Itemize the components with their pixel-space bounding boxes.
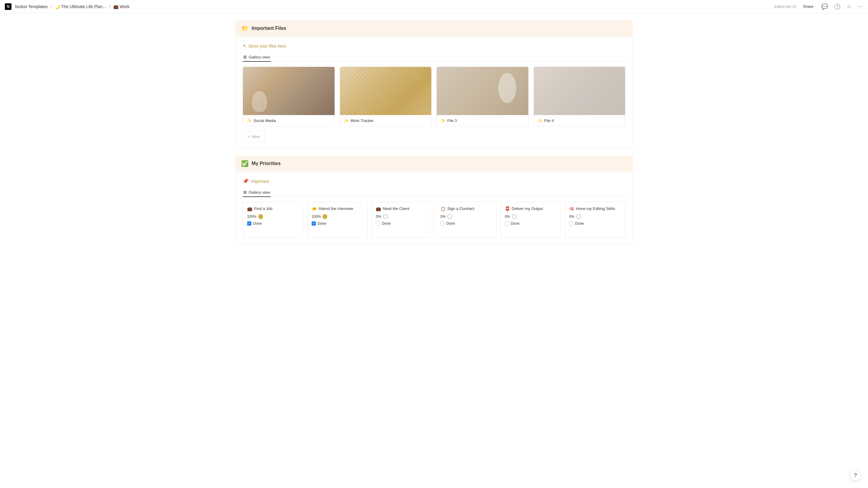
sparkle-icon-4: ✨ <box>537 118 542 123</box>
priority-pct-2: 0% <box>376 215 381 219</box>
sparkle-icon-1: ✨ <box>247 118 252 123</box>
progress-circle-2 <box>383 214 388 219</box>
priority-emoji-1: 🤝 <box>312 206 317 211</box>
breadcrumb-label-3: Work <box>120 4 129 9</box>
store-files-label: ↖ Store your files here <box>243 43 625 49</box>
gallery-card-file4[interactable]: ✨ File 4 <box>533 67 626 126</box>
priority-emoji-0: 💼 <box>247 206 252 211</box>
done-checkbox-0[interactable] <box>247 221 251 226</box>
priority-done-1: Done <box>312 221 364 226</box>
priority-title-text-3: Sign a Contract <box>447 206 474 211</box>
priority-title-text-2: Meet the Client <box>383 206 409 211</box>
priority-title-text-1: Attend the Interview <box>318 206 353 211</box>
gallery-card-work-tracker[interactable]: ✨ Work Tracker <box>340 67 432 126</box>
file4-image <box>534 67 625 115</box>
progress-circle-0 <box>258 214 263 219</box>
done-label-5: Done <box>575 221 584 226</box>
breadcrumb-container: N Notion Templates / 🌙 The Ultimate Life… <box>5 3 131 10</box>
progress-circle-1 <box>322 214 327 219</box>
breadcrumb-emoji-1: 🌙 <box>55 4 60 9</box>
priority-card-title-3: 📋 Sign a Contract <box>440 206 492 211</box>
priority-gallery-view-tab[interactable]: ⊞ Gallery view <box>243 188 271 197</box>
priority-cards-grid: 💼 Find a Job 100% Done 🤝 Attend the Inte… <box>243 202 625 238</box>
new-icon: + <box>248 134 250 139</box>
file3-label: ✨ File 3 <box>437 115 528 126</box>
priority-progress-0: 100% <box>247 214 299 219</box>
share-button[interactable]: Share <box>800 3 816 10</box>
more-options-button[interactable]: ··· <box>856 3 863 10</box>
breadcrumb-separator-1: / <box>51 4 52 9</box>
favorite-icon-button[interactable]: ☆ <box>845 3 852 10</box>
priority-emoji-5: 🧠 <box>569 206 574 211</box>
priority-title-text-0: Find a Job <box>254 206 273 211</box>
breadcrumb-ultimate-plan[interactable]: 🌙 The Ultimate Life Plan... <box>54 4 107 10</box>
topbar-actions: Edited Jan 23 Share 💬 🕐 ☆ ··· <box>774 3 863 10</box>
priority-progress-2: 0% <box>376 214 428 219</box>
done-checkbox-2[interactable] <box>376 221 380 226</box>
done-label-2: Done <box>382 221 391 226</box>
new-file-button[interactable]: + New <box>243 131 265 142</box>
gallery-card-file3[interactable]: ✨ File 3 <box>436 67 529 126</box>
important-label: 📌 Important <box>243 178 625 184</box>
priority-gallery-view-tabs: ⊞ Gallery view <box>243 188 625 197</box>
done-checkbox-3[interactable] <box>440 221 444 226</box>
done-checkbox-4[interactable] <box>505 221 509 226</box>
done-label-4: Done <box>511 221 520 226</box>
breadcrumb-notion-templates[interactable]: Notion Templates <box>14 4 49 10</box>
gallery-card-social-media[interactable]: ✨ Social Media <box>243 67 335 126</box>
priority-card-5[interactable]: 🧠 Hone my Editing Skills 0% Done <box>564 202 625 238</box>
comment-icon-button[interactable]: 💬 <box>820 3 829 10</box>
priority-done-2: Done <box>376 221 428 226</box>
priority-pct-4: 0% <box>505 215 510 219</box>
priority-card-title-0: 💼 Find a Job <box>247 206 299 211</box>
progress-circle-4 <box>512 214 517 219</box>
files-gallery-grid: ✨ Social Media ✨ Work Tracker ✨ File 3 <box>243 67 625 126</box>
breadcrumb-work[interactable]: 💼 Work <box>112 4 130 10</box>
important-text: Important <box>251 179 269 184</box>
priority-card-3[interactable]: 📋 Sign a Contract 0% Done <box>436 202 497 238</box>
priority-card-0[interactable]: 💼 Find a Job 100% Done <box>243 202 304 238</box>
important-files-section-header: 📁 Important Files <box>235 21 633 36</box>
sparkle-icon-2: ✨ <box>344 118 349 123</box>
notion-logo-icon: N <box>5 3 11 10</box>
edited-timestamp: Edited Jan 23 <box>774 4 796 9</box>
priority-progress-5: 0% <box>569 214 621 219</box>
priority-pct-0: 100% <box>247 215 256 219</box>
priority-emoji-2: 💼 <box>376 206 381 211</box>
gallery-tab-icon: ⊞ <box>243 55 247 59</box>
breadcrumb-emoji-2: 💼 <box>113 4 119 9</box>
priority-done-5: Done <box>569 221 621 226</box>
priority-title-text-5: Hone my Editing Skills <box>576 206 615 211</box>
done-label-1: Done <box>318 221 327 226</box>
history-icon-button[interactable]: 🕐 <box>833 3 842 10</box>
priority-done-0: Done <box>247 221 299 226</box>
done-checkbox-5[interactable] <box>569 221 573 226</box>
priority-emoji-3: 📋 <box>440 206 445 211</box>
priority-gallery-tab-label: Gallery view <box>249 190 270 195</box>
topbar: N Notion Templates / 🌙 The Ultimate Life… <box>0 0 868 13</box>
priority-title-text-4: Deliver my Output <box>512 206 543 211</box>
gallery-view-tab[interactable]: ⊞ Gallery view <box>243 53 271 62</box>
pin-icon: 📌 <box>243 178 249 184</box>
breadcrumb-label: Notion Templates <box>15 4 48 9</box>
progress-circle-5 <box>576 214 581 219</box>
priority-card-1[interactable]: 🤝 Attend the Interview 100% Done <box>307 202 368 238</box>
priority-card-4[interactable]: 📮 Deliver my Output 0% Done <box>500 202 561 238</box>
gallery-view-tabs: ⊞ Gallery view <box>243 53 625 62</box>
important-files-title: Important Files <box>252 26 286 31</box>
folder-icon: 📁 <box>241 25 249 32</box>
priority-done-3: Done <box>440 221 492 226</box>
done-checkbox-1[interactable] <box>312 221 316 226</box>
gallery-tab-label: Gallery view <box>249 55 270 59</box>
priority-card-title-4: 📮 Deliver my Output <box>505 206 557 211</box>
priority-emoji-4: 📮 <box>505 206 510 211</box>
my-priorities-title: My Priorities <box>252 161 281 166</box>
priority-gallery-tab-icon: ⊞ <box>243 190 247 195</box>
important-priorities-block: 📌 Important ⊞ Gallery view 💼 Find a Job … <box>235 172 633 244</box>
my-priorities-section-header: ✅ My Priorities <box>235 156 633 171</box>
important-files-block: ↖ Store your files here ⊞ Gallery view ✨… <box>235 37 633 149</box>
work-tracker-image <box>340 67 432 115</box>
priority-card-2[interactable]: 💼 Meet the Client 0% Done <box>371 202 432 238</box>
progress-circle-3 <box>447 214 452 219</box>
work-tracker-title: Work Tracker <box>350 119 374 123</box>
